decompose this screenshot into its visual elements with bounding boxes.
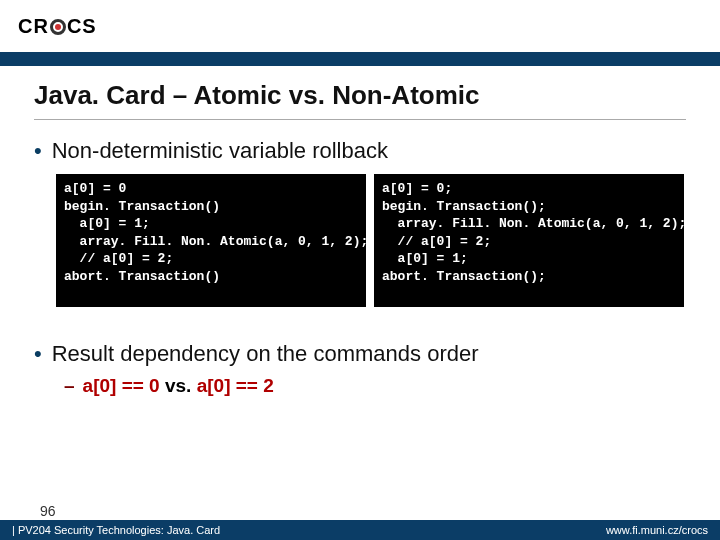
cmp-vs: vs.: [165, 375, 197, 396]
bullet-dot-icon: •: [34, 341, 42, 367]
logo-text-post: CS: [67, 15, 97, 38]
footer-left: | PV204 Security Technologies: Java. Car…: [12, 524, 220, 536]
footer-right: www.fi.muni.cz/crocs: [606, 524, 708, 536]
header-bar: CR CS: [0, 0, 720, 52]
page-number: 96: [40, 503, 56, 519]
logo-o-icon: [50, 19, 66, 35]
sub-bullet-comparison: – a[0] == 0 vs. a[0] == 2: [64, 375, 686, 397]
dash-icon: –: [64, 375, 75, 397]
cmp-right: a[0] == 2: [197, 375, 274, 396]
code-panels: a[0] = 0 begin. Transaction() a[0] = 1; …: [56, 174, 686, 307]
header-stripe: [0, 52, 720, 66]
code-panel-right: a[0] = 0; begin. Transaction(); array. F…: [374, 174, 684, 307]
bullet1-text: Non-deterministic variable rollback: [52, 138, 388, 164]
footer-bar: | PV204 Security Technologies: Java. Car…: [0, 520, 720, 540]
bullet-dot-icon: •: [34, 138, 42, 164]
slide-content: Java. Card – Atomic vs. Non-Atomic • Non…: [0, 66, 720, 397]
slide-title: Java. Card – Atomic vs. Non-Atomic: [34, 80, 686, 120]
cmp-left: a[0] == 0: [83, 375, 160, 396]
bullet2-text: Result dependency on the commands order: [52, 341, 479, 367]
code-panel-left: a[0] = 0 begin. Transaction() a[0] = 1; …: [56, 174, 366, 307]
crocs-logo: CR CS: [18, 15, 97, 38]
logo-text-pre: CR: [18, 15, 49, 38]
bullet-result-dependency: • Result dependency on the commands orde…: [34, 341, 686, 367]
bullet-nondeterministic: • Non-deterministic variable rollback: [34, 138, 686, 164]
